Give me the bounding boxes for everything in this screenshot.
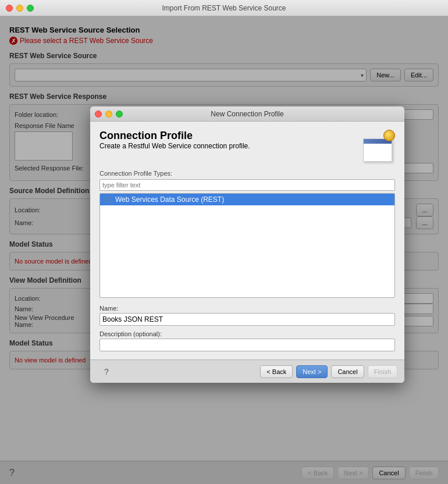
modal-content: Connection Profile Create a Restful Web … [90,122,404,360]
modal-header: Connection Profile Create a Restful Web … [99,130,395,162]
filter-input[interactable] [99,179,395,191]
filter-label: Connection Profile Types: [99,170,395,177]
modal-title: New Connection Profile [211,110,283,118]
list-item-label: Web Services Data Source (REST) [115,195,224,204]
window-title: Import From REST Web Service Source [162,4,286,12]
minimize-button[interactable] [16,5,23,12]
modal-window-controls[interactable] [95,111,123,118]
main-window: REST Web Service Source Selection ✗ Plea… [0,16,448,484]
modal-maximize-button[interactable] [116,111,123,118]
connection-profile-icon [363,130,395,162]
modal-bottom-inner: ? < Back Next > Cancel Finish [97,365,397,378]
profile-types-list: Web Services Data Source (REST) [99,193,395,298]
modal-header-text: Connection Profile Create a Restful Web … [99,130,356,150]
modal-name-label: Name: [99,305,395,312]
modal-overlay: New Connection Profile Connection Profil… [0,16,448,484]
modal-finish-button[interactable]: Finish [368,365,397,378]
modal-help-icon[interactable]: ? [104,367,109,376]
modal-minimize-button[interactable] [105,111,112,118]
window-controls[interactable] [6,5,34,12]
modal-back-button[interactable]: < Back [260,365,293,378]
modal-close-button[interactable] [95,111,102,118]
modal-dialog: New Connection Profile Connection Profil… [90,106,404,383]
web-service-icon [104,195,112,204]
modal-connection-subtitle: Create a Restful Web Service connection … [99,142,356,150]
maximize-button[interactable] [27,5,34,12]
modal-title-bar: New Connection Profile [90,106,404,122]
title-bar: Import From REST Web Service Source [0,0,448,16]
modal-next-button[interactable]: Next > [296,365,328,378]
modal-bottom-bar: ? < Back Next > Cancel Finish [90,360,404,383]
list-item[interactable]: Web Services Data Source (REST) [100,194,394,205]
modal-cancel-button[interactable]: Cancel [331,365,364,378]
close-button[interactable] [6,5,13,12]
modal-connection-title: Connection Profile [99,130,356,142]
modal-description-input[interactable] [99,339,395,351]
modal-name-input[interactable] [99,313,395,326]
modal-description-label: Description (optional): [99,330,395,337]
